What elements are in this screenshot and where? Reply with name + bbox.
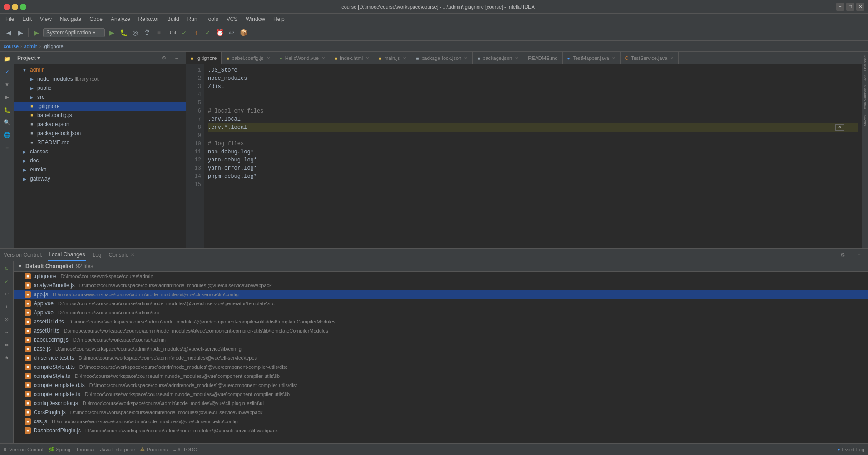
vc-file-appvue1[interactable]: ■ App.vue D:\imooc\course\workspace\cour… (14, 299, 868, 308)
right-tab-maven[interactable]: Maven (862, 113, 868, 128)
vc-file-gitignore[interactable]: ■ .gitignore D:\imooc\course\workspace\c… (14, 272, 868, 281)
vc-file-cliservice[interactable]: ■ cli-service-test.ts D:\imooc\course\wo… (14, 353, 868, 362)
menu-edit[interactable]: Edit (19, 15, 35, 23)
tab-package-lock[interactable]: ■ package-lock.json ✕ (411, 52, 473, 64)
project-collapse-icon[interactable]: − (171, 53, 182, 64)
tree-item-doc[interactable]: ▶ doc (14, 156, 186, 165)
code-content[interactable]: .DS_Store node_modules /dist # local env… (204, 64, 862, 248)
tab-package-lock-close[interactable]: ✕ (464, 56, 468, 61)
run-config-icon[interactable]: ▶ (31, 28, 41, 38)
menu-view[interactable]: View (36, 15, 55, 23)
tab-index-close[interactable]: ✕ (365, 56, 369, 61)
vc-file-basejs[interactable]: ■ base.js D:\imooc\course\workspace\cour… (14, 344, 868, 353)
vc-move-icon[interactable]: → (1, 327, 12, 338)
tree-item-babel[interactable]: ■ babel.config.js (14, 111, 186, 120)
tree-item-node-modules[interactable]: ▶ node_modules library root (14, 74, 186, 83)
vc-file-configdescriptor[interactable]: ■ configDescriptor.js D:\imooc\course\wo… (14, 399, 868, 408)
menu-window[interactable]: Window (242, 15, 269, 23)
debug-button[interactable]: 🐛 (118, 28, 128, 38)
git-rollback-icon[interactable]: ↩ (227, 28, 237, 38)
tab-main-close[interactable]: ✕ (403, 56, 406, 61)
vc-refresh-icon[interactable]: ↻ (1, 263, 12, 274)
tree-item-gateway[interactable]: ▶ gateway (14, 174, 186, 183)
tab-testservice-close[interactable]: ✕ (670, 56, 674, 61)
vcs-icon[interactable]: ✓ (2, 66, 13, 77)
tree-item-readme[interactable]: ■ README.md (14, 138, 186, 147)
tree-item-public[interactable]: ▶ public (14, 83, 186, 93)
changelist-toggle[interactable]: ▼ (17, 263, 23, 269)
status-spring[interactable]: 🌿 Spring (49, 447, 70, 452)
status-todo[interactable]: ≡ 6: TODO (173, 447, 197, 452)
vc-settings-icon[interactable]: ⚙ (837, 250, 848, 260)
menu-code[interactable]: Code (86, 15, 106, 23)
favorites-icon[interactable]: ★ (2, 79, 13, 90)
minimize-button[interactable]: − (836, 3, 844, 11)
forward-icon[interactable]: ▶ (15, 28, 25, 38)
menu-navigate[interactable]: Navigate (56, 15, 85, 23)
tree-item-classes[interactable]: ▶ classes (14, 147, 186, 156)
tree-item-package-json[interactable]: ■ package.json (14, 120, 186, 129)
tab-package-json[interactable]: ■ package.json ✕ (473, 52, 523, 64)
vc-file-compiletemplate-d[interactable]: ■ compileTemplate.d.ts D:\imooc\course\w… (14, 381, 868, 390)
vc-check-icon[interactable]: ✓ (1, 276, 12, 287)
vc-diff-icon[interactable]: ⇔ (1, 339, 12, 350)
run-icon[interactable]: ▶ (2, 92, 13, 103)
menu-file[interactable]: File (2, 15, 18, 23)
close-button[interactable]: ✕ (856, 3, 864, 11)
status-problems[interactable]: ⚠ Problems (140, 446, 168, 452)
vc-file-compiletemplate[interactable]: ■ compileTemplate.ts D:\imooc\course\wor… (14, 390, 868, 399)
tab-babel-close[interactable]: ✕ (266, 56, 270, 61)
vc-file-appvue2[interactable]: ■ App.vue D:\imooc\course\workspace\cour… (14, 308, 868, 317)
vc-file-corsplugin[interactable]: ■ CorsPlugin.js D:\imooc\course\workspac… (14, 408, 868, 417)
vc-tab-console-close[interactable]: ✕ (131, 252, 134, 257)
tab-testmapper[interactable]: ● TestMapper.java ✕ (563, 52, 621, 64)
tab-readme[interactable]: README.md (523, 52, 562, 64)
breadcrumb-course[interactable]: course (4, 44, 19, 49)
vc-file-dashboardplugin[interactable]: ■ DashboardPlugin.js D:\imooc\course\wor… (14, 426, 868, 435)
code-editor[interactable]: 12345 678910 1112131415 .DS_Store node_m… (186, 64, 862, 248)
vc-file-compilestyle-d[interactable]: ■ compileStyle.d.ts D:\imooc\course\work… (14, 362, 868, 372)
right-tab-bean[interactable]: Bean Validation (862, 83, 868, 112)
run-button[interactable]: ▶ (107, 28, 117, 38)
status-event-log[interactable]: ● Event Log (837, 447, 864, 452)
vc-changelist-header[interactable]: ▼ Default Changelist 92 files (14, 261, 868, 272)
run-config-dropdown[interactable]: SystemApplication ▾ (43, 28, 105, 37)
tab-helloworld[interactable]: ● HelloWorld.vue ✕ (275, 52, 330, 64)
status-vcs[interactable]: 9: Version Control (4, 447, 43, 452)
tab-main[interactable]: ■ main.js ✕ (374, 52, 411, 64)
vc-file-compilestyle[interactable]: ■ compileStyle.ts D:\imooc\course\worksp… (14, 372, 868, 381)
tab-testservice[interactable]: C TestService.java ✕ (621, 52, 679, 64)
git-update-icon[interactable]: ✓ (179, 28, 189, 38)
project-icon[interactable]: 📁 (2, 54, 13, 64)
menu-help[interactable]: Help (270, 15, 288, 23)
vc-tab-local[interactable]: Local Changes (48, 249, 86, 261)
status-terminal[interactable]: Terminal (76, 447, 95, 452)
menu-run[interactable]: Run (184, 15, 201, 23)
menu-vcs[interactable]: VCS (223, 15, 242, 23)
git-push-icon[interactable]: ↑ (191, 28, 201, 38)
project-settings-icon[interactable]: ⚙ (158, 53, 169, 64)
vc-tab-log[interactable]: Log (91, 249, 102, 261)
menu-build[interactable]: Build (163, 15, 183, 23)
tree-item-gitignore[interactable]: ■ .gitignore (14, 102, 186, 111)
tab-babel[interactable]: ■ babel.config.js ✕ (222, 52, 275, 64)
vc-rollback-icon[interactable]: ↩ (1, 289, 12, 299)
tree-item-package-lock[interactable]: ■ package-lock.json (14, 129, 186, 138)
coverage-button[interactable]: ◎ (130, 28, 140, 38)
vc-favorites-icon[interactable]: ★ (1, 352, 12, 363)
back-icon[interactable]: ◀ (4, 28, 14, 38)
tab-testmapper-close[interactable]: ✕ (612, 56, 616, 61)
status-java-enterprise[interactable]: Java Enterprise (100, 447, 135, 452)
tree-item-eureka[interactable]: ▶ eureka (14, 165, 186, 174)
git-history-icon[interactable]: ⏰ (215, 28, 225, 38)
vc-ignore-icon[interactable]: ⊘ (1, 314, 12, 325)
vc-add-icon[interactable]: + (1, 301, 12, 312)
vc-file-asseturlts[interactable]: ■ assetUrl.d.ts D:\imooc\course\workspac… (14, 317, 868, 326)
tab-index[interactable]: ■ index.html ✕ (330, 52, 374, 64)
tab-gitignore[interactable]: ■ .gitignore (186, 52, 222, 64)
git-check-icon[interactable]: ✓ (203, 28, 213, 38)
profile-button[interactable]: ⏱ (142, 28, 152, 38)
vc-file-appjs[interactable]: ■ app.js D:\imooc\course\workspace\cours… (14, 290, 868, 299)
breadcrumb-gitignore[interactable]: .gitignore (43, 44, 63, 49)
menu-tools[interactable]: Tools (202, 15, 222, 23)
